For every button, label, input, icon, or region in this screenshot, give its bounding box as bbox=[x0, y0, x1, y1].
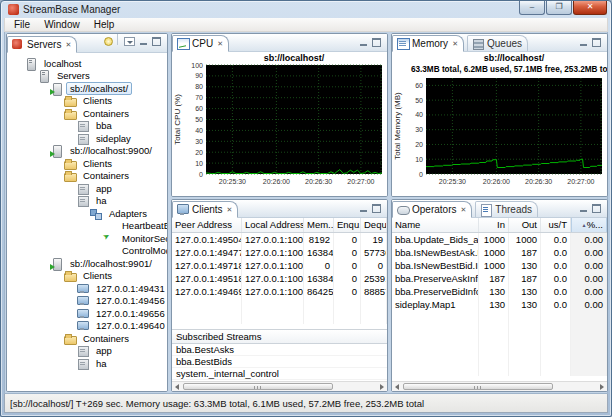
tree-item[interactable]: Containers bbox=[11, 107, 167, 120]
close-icon[interactable]: ✕ bbox=[460, 206, 466, 214]
servers-tree: localhostServerssb://localhost/ClientsCo… bbox=[7, 53, 167, 391]
column-header[interactable]: Dequeued bbox=[361, 218, 387, 232]
window-minimize-button[interactable]: – bbox=[519, 0, 545, 15]
minimize-icon[interactable] bbox=[359, 204, 368, 213]
table-row[interactable]: sideplay.Map11301300.00.00 bbox=[392, 298, 607, 311]
lightbulb-icon[interactable] bbox=[104, 37, 113, 46]
close-icon[interactable]: ✕ bbox=[217, 40, 223, 48]
stream-item[interactable]: bba.BestBids bbox=[172, 356, 387, 368]
window-title: StreamBase Manager bbox=[23, 4, 120, 15]
tab-operators[interactable]: Operators ✕ bbox=[392, 201, 472, 218]
tree-item[interactable]: sideplay bbox=[11, 132, 167, 145]
stream-item[interactable]: system._internal_control bbox=[172, 368, 387, 380]
table-row[interactable]: 127.0.0.1:49477127.0.0.1:100001638405773… bbox=[172, 246, 387, 259]
minimize-icon[interactable] bbox=[359, 38, 368, 47]
maximize-icon[interactable] bbox=[592, 38, 601, 47]
minimize-icon[interactable] bbox=[139, 37, 148, 46]
table-row[interactable]: bba.IsNewBestBid.IsNewB...10001300.00.00 bbox=[392, 259, 607, 272]
tree-item[interactable]: 127.0.0.1:49431 bbox=[11, 282, 167, 295]
module-icon bbox=[77, 183, 89, 194]
tree-item[interactable]: app bbox=[11, 345, 167, 358]
column-header[interactable]: ▴%... bbox=[571, 218, 607, 232]
close-icon[interactable]: ✕ bbox=[452, 40, 458, 48]
close-icon[interactable]: ✕ bbox=[65, 41, 71, 49]
tab-servers[interactable]: Servers ✕ bbox=[7, 36, 77, 53]
scrollbar-thumb[interactable] bbox=[403, 383, 553, 390]
column-header[interactable]: Peer Address bbox=[172, 218, 242, 232]
view-menu-icon[interactable] bbox=[124, 37, 135, 46]
table-row[interactable]: 127.0.0.1:49718127.0.0.1:10000000 bbox=[172, 259, 387, 272]
table-row[interactable]: 127.0.0.1:49518127.0.0.1:100001638402539… bbox=[172, 272, 387, 285]
maximize-icon[interactable] bbox=[592, 204, 601, 213]
tree-item[interactable]: Adapters bbox=[11, 207, 167, 220]
column-header[interactable]: Local Address bbox=[242, 218, 304, 232]
table-row[interactable]: 127.0.0.1:49469127.0.0.1:100008642560888… bbox=[172, 285, 387, 298]
table-row[interactable]: bba.Update_Bids_and_Asks100010000.00.00 bbox=[392, 233, 607, 246]
scroll-left-icon[interactable] bbox=[393, 383, 402, 391]
tree-item[interactable]: bba bbox=[11, 120, 167, 133]
column-header[interactable]: Mem... bbox=[304, 218, 334, 232]
tree-item-label: HeartbeatEventActions bbox=[118, 219, 167, 232]
tree-item[interactable]: app bbox=[11, 182, 167, 195]
tree-item[interactable]: Containers bbox=[11, 170, 167, 183]
scroll-left-icon[interactable] bbox=[173, 383, 182, 391]
column-header[interactable]: In bbox=[479, 218, 509, 232]
tree-item[interactable]: sb://localhost:9901/ bbox=[11, 257, 167, 270]
table-cell: 0.0 bbox=[541, 259, 571, 272]
minimize-icon[interactable] bbox=[579, 204, 588, 213]
tab-threads[interactable]: Threads bbox=[475, 201, 538, 217]
tree-item[interactable]: sb://localhost:9900/ bbox=[11, 145, 167, 158]
tree-item[interactable]: localhost bbox=[11, 57, 167, 70]
table-row[interactable]: bba.PreserveBidInfo1301300.00.00 bbox=[392, 285, 607, 298]
tab-queues[interactable]: Queues bbox=[467, 35, 528, 51]
tree-item[interactable]: MonitorSecondary bbox=[11, 232, 167, 245]
tree-item[interactable]: HeartbeatEventActions bbox=[11, 220, 167, 233]
adapters-icon bbox=[90, 208, 102, 219]
horizontal-scrollbar[interactable] bbox=[172, 381, 387, 391]
tree-item[interactable]: Servers bbox=[11, 70, 167, 83]
tab-clients[interactable]: Clients ✕ bbox=[172, 201, 238, 218]
minimize-icon[interactable] bbox=[579, 38, 588, 47]
menu-file[interactable]: File bbox=[7, 18, 37, 31]
tree-item[interactable]: 127.0.0.1:49640 bbox=[11, 320, 167, 333]
window-close-button[interactable]: ✕ bbox=[573, 0, 607, 15]
window-maximize-button[interactable]: ❐ bbox=[546, 0, 572, 15]
tree-item[interactable]: ControlModule bbox=[11, 245, 167, 258]
stream-item[interactable]: bba.BestAsks bbox=[172, 344, 387, 356]
tree-item[interactable]: ha bbox=[11, 357, 167, 370]
column-header[interactable]: Name bbox=[392, 218, 479, 232]
tree-item[interactable]: Containers bbox=[11, 332, 167, 345]
table-cell: 0.00 bbox=[571, 285, 607, 298]
tree-item[interactable]: Clients bbox=[11, 270, 167, 283]
tree-item[interactable]: sb://localhost/ bbox=[11, 82, 167, 95]
close-icon[interactable]: ✕ bbox=[227, 206, 233, 214]
tree-item[interactable]: Clients bbox=[11, 95, 167, 108]
table-cell: bba.Update_Bids_and_Asks bbox=[392, 233, 479, 246]
scrollbar-thumb[interactable] bbox=[183, 383, 333, 390]
scroll-right-icon[interactable] bbox=[597, 383, 606, 391]
tree-item[interactable]: 127.0.0.1:49456 bbox=[11, 295, 167, 308]
column-header[interactable]: Enqu... bbox=[334, 218, 361, 232]
menu-help[interactable]: Help bbox=[87, 18, 122, 31]
column-header[interactable]: us/T bbox=[541, 218, 571, 232]
tree-item[interactable]: 127.0.0.1:49656 bbox=[11, 307, 167, 320]
table-cell: 1000 bbox=[479, 233, 509, 246]
horizontal-scrollbar[interactable] bbox=[392, 381, 607, 391]
table-cell: 127.0.0.1:49469 bbox=[172, 285, 242, 298]
tab-cpu[interactable]: CPU ✕ bbox=[172, 35, 229, 52]
maximize-icon[interactable] bbox=[152, 37, 161, 46]
scroll-right-icon[interactable] bbox=[377, 383, 386, 391]
table-row[interactable]: bba.IsNewBestAsk.IsNewB...10001870.00.00 bbox=[392, 246, 607, 259]
table-row[interactable]: 127.0.0.1:49504127.0.0.1:100008192019 bbox=[172, 233, 387, 246]
tab-memory[interactable]: Memory ✕ bbox=[392, 35, 464, 52]
folder-icon bbox=[64, 158, 76, 169]
tree-item[interactable]: Clients bbox=[11, 157, 167, 170]
maximize-icon[interactable] bbox=[372, 38, 381, 47]
menu-window[interactable]: Window bbox=[37, 18, 87, 31]
table-row[interactable]: bba.PreserveAskInfo1871870.00.00 bbox=[392, 272, 607, 285]
tree-item[interactable]: ha bbox=[11, 195, 167, 208]
table-cell bbox=[479, 311, 509, 324]
maximize-icon[interactable] bbox=[372, 204, 381, 213]
tree-icon-spacer bbox=[103, 245, 115, 256]
column-header[interactable]: Out bbox=[509, 218, 541, 232]
